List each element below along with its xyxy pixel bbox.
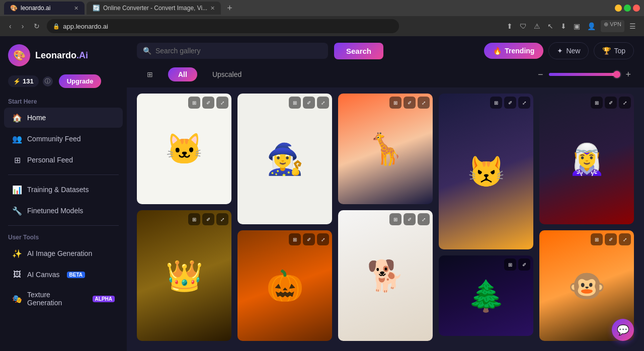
action-btn-giraffe-1[interactable]: ⊞ bbox=[389, 97, 401, 109]
action-btn-1[interactable]: ⊞ bbox=[188, 97, 200, 109]
token-icon: ⚡ bbox=[13, 78, 21, 85]
chat-bubble-button[interactable]: 💬 bbox=[612, 319, 634, 341]
action-btn-monkey-1[interactable]: ⊞ bbox=[591, 233, 603, 245]
sidebar-item-community-feed[interactable]: 👥 Community Feed bbox=[4, 129, 123, 149]
cursor-button[interactable]: ↖ bbox=[545, 20, 555, 32]
action-btn-redhead-1[interactable]: ⊞ bbox=[591, 97, 603, 109]
forward-button[interactable]: › bbox=[19, 20, 27, 32]
action-btn-queen-1[interactable]: ⊞ bbox=[188, 213, 200, 225]
sidebar-divider-1 bbox=[8, 174, 119, 175]
tab-leonardo[interactable]: 🎨 leonardo.ai ✕ bbox=[4, 2, 85, 15]
action-btn-forest-1[interactable]: ⊞ bbox=[504, 258, 516, 271]
action-btn-queen-expand[interactable]: ⤢ bbox=[216, 213, 228, 225]
trending-button[interactable]: 🔥 Trending bbox=[484, 43, 543, 59]
top-bar: 🔍 Search 🔥 Trending ✦ New 🏆 Top bbox=[127, 36, 644, 65]
gallery-item-queen[interactable]: 👑 ⊞ ✐ ⤢ bbox=[137, 210, 231, 341]
action-btn-witch-1[interactable]: ⊞ bbox=[289, 97, 301, 109]
action-btn-pumpkins-expand[interactable]: ⤢ bbox=[317, 233, 329, 245]
sidebar-item-ai-image-generation[interactable]: ✨ AI Image Generation bbox=[4, 243, 123, 264]
alert-button[interactable]: ⚠ bbox=[532, 20, 542, 32]
tab-close-converter[interactable]: ✕ bbox=[210, 5, 215, 12]
gallery-item-forest[interactable]: 🌲 ⊞ ✐ bbox=[439, 255, 533, 336]
back-button[interactable]: ‹ bbox=[6, 20, 15, 32]
sidebar-button[interactable]: ▣ bbox=[572, 20, 582, 32]
reload-button[interactable]: ↻ bbox=[31, 20, 43, 32]
trending-label: Trending bbox=[505, 47, 534, 55]
token-badge: ⚡ 131 bbox=[8, 75, 39, 87]
action-btn-warrior-2[interactable]: ✐ bbox=[504, 97, 516, 109]
profile-button[interactable]: 👤 bbox=[585, 20, 598, 32]
sidebar: 🎨 Leonardo.Ai ⚡ 131 ⓘ Upgrade Start Here… bbox=[0, 36, 127, 351]
action-btn-chihuahua-2[interactable]: ✐ bbox=[404, 213, 416, 225]
sidebar-item-texture-label: Texture Generation bbox=[27, 291, 86, 307]
gallery-item-pumpkins[interactable]: 🎃 ⊞ ✐ ⤢ bbox=[237, 230, 332, 341]
personal-feed-icon: ⊞ bbox=[12, 155, 22, 165]
tab-close-leonardo[interactable]: ✕ bbox=[74, 5, 78, 12]
action-btn-chihuahua-expand[interactable]: ⤢ bbox=[418, 213, 430, 225]
action-btn-giraffe-expand[interactable]: ⤢ bbox=[418, 97, 430, 109]
share-button[interactable]: ⬆ bbox=[505, 20, 515, 32]
sidebar-item-home[interactable]: 🏠 Home bbox=[4, 108, 123, 128]
action-btn-forest-2[interactable]: ✐ bbox=[518, 258, 530, 271]
training-icon: 📊 bbox=[12, 185, 22, 195]
search-button[interactable]: Search bbox=[334, 43, 383, 59]
brand-suffix: .Ai bbox=[76, 50, 88, 60]
action-btn-pumpkins-1[interactable]: ⊞ bbox=[289, 233, 301, 245]
zoom-in-button[interactable]: + bbox=[622, 68, 634, 81]
sidebar-item-home-label: Home bbox=[27, 114, 46, 122]
action-btn-warrior-1[interactable]: ⊞ bbox=[490, 97, 502, 109]
new-icon: ✦ bbox=[557, 47, 563, 55]
new-label: New bbox=[566, 47, 580, 55]
action-btn-monkey-expand[interactable]: ⤢ bbox=[619, 233, 631, 245]
sidebar-item-ai-canvas[interactable]: 🖼 AI Canvas BETA bbox=[4, 265, 123, 285]
action-btn-pumpkins-2[interactable]: ✐ bbox=[303, 233, 315, 245]
sidebar-item-texture-generation[interactable]: 🎭 Texture Generation ALPHA bbox=[4, 286, 123, 312]
action-btn-warrior-expand[interactable]: ⤢ bbox=[518, 97, 530, 109]
action-btn-giraffe-2[interactable]: ✐ bbox=[404, 97, 416, 109]
action-btn-chihuahua-1[interactable]: ⊞ bbox=[389, 213, 401, 225]
upgrade-button[interactable]: Upgrade bbox=[59, 74, 102, 88]
filter-all[interactable]: All bbox=[168, 67, 197, 81]
zoom-out-button[interactable]: − bbox=[535, 68, 546, 81]
gallery-item-redhead[interactable]: 🧝‍♀️ ⊞ ✐ ⤢ bbox=[539, 94, 634, 224]
shield-button[interactable]: 🛡 bbox=[518, 20, 529, 32]
zoom-slider[interactable] bbox=[549, 73, 619, 76]
action-btn-redhead-2[interactable]: ✐ bbox=[605, 97, 617, 109]
home-icon: 🏠 bbox=[12, 113, 22, 123]
action-btn-witch-2[interactable]: ✐ bbox=[303, 97, 315, 109]
user-tools-label: User Tools bbox=[0, 230, 127, 243]
sidebar-item-ai-image-label: AI Image Generation bbox=[27, 249, 92, 257]
sidebar-item-training-datasets[interactable]: 📊 Training & Datasets bbox=[4, 180, 123, 200]
action-btn-2[interactable]: ✐ bbox=[202, 97, 214, 109]
filter-bar: ⊞ All Upscaled − + bbox=[127, 65, 644, 87]
grid-layout-button[interactable]: ⊞ bbox=[137, 67, 163, 81]
action-btn-monkey-2[interactable]: ✐ bbox=[605, 233, 617, 245]
action-btn-expand[interactable]: ⤢ bbox=[216, 97, 228, 109]
info-button[interactable]: ⓘ bbox=[43, 76, 53, 86]
sidebar-item-personal-feed[interactable]: ⊞ Personal Feed bbox=[4, 150, 123, 170]
gallery-grid: 🐱 ⊞ ✐ ⤢ 👑 ⊞ ✐ ⤢ bbox=[127, 87, 644, 351]
gallery-item-warrior[interactable]: 😾 ⊞ ✐ ⤢ bbox=[439, 94, 533, 249]
tab-converter[interactable]: 🔄 Online Converter - Convert Image, Vi..… bbox=[87, 2, 221, 15]
close-button[interactable] bbox=[633, 5, 640, 12]
minimize-button[interactable] bbox=[615, 5, 622, 12]
action-btn-queen-2[interactable]: ✐ bbox=[202, 213, 214, 225]
address-bar[interactable]: 🔒 app.leonardo.ai bbox=[47, 19, 399, 33]
maximize-button[interactable] bbox=[624, 5, 631, 12]
tab-title-converter: Online Converter - Convert Image, Vi... bbox=[103, 5, 207, 12]
new-button[interactable]: ✦ New bbox=[548, 42, 589, 59]
download-button[interactable]: ⬇ bbox=[558, 20, 569, 32]
gallery-item-witch[interactable]: 🧙‍♀️ ⊞ ✐ ⤢ bbox=[237, 94, 332, 224]
sidebar-item-finetuned-models[interactable]: 🔧 Finetuned Models bbox=[4, 201, 123, 221]
sidebar-item-finetuned-label: Finetuned Models bbox=[27, 207, 83, 215]
action-btn-witch-expand[interactable]: ⤢ bbox=[317, 97, 329, 109]
filter-upscaled[interactable]: Upscaled bbox=[202, 67, 252, 81]
new-tab-button[interactable]: + bbox=[223, 3, 236, 14]
menu-button[interactable]: ☰ bbox=[627, 20, 638, 32]
top-button[interactable]: 🏆 Top bbox=[594, 42, 634, 59]
gallery-item-cat-sketch[interactable]: 🐱 ⊞ ✐ ⤢ bbox=[137, 94, 231, 204]
gallery-item-chihuahua[interactable]: 🐕 ⊞ ✐ ⤢ bbox=[338, 210, 433, 341]
gallery-item-giraffe[interactable]: 🦒 ⊞ ✐ ⤢ bbox=[338, 94, 433, 204]
search-input[interactable] bbox=[155, 47, 322, 55]
action-btn-redhead-expand[interactable]: ⤢ bbox=[619, 97, 631, 109]
